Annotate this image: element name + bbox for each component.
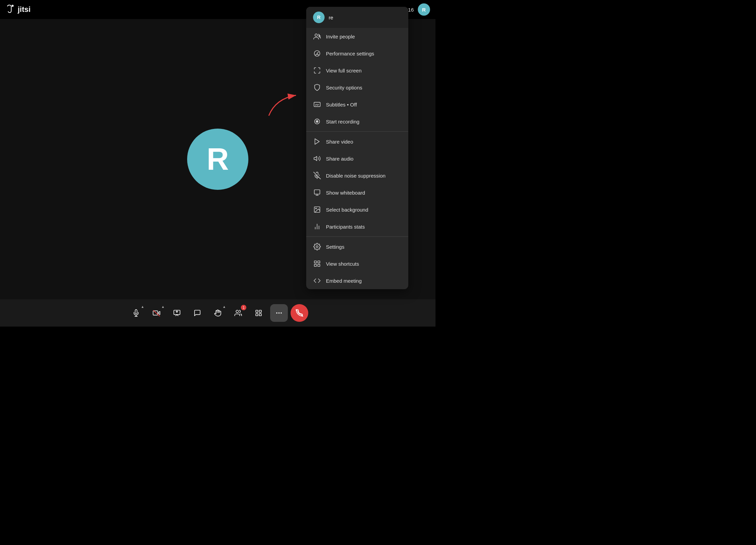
menu-item-shortcuts-label: View shortcuts	[326, 261, 359, 267]
toolbar: ▲ ▲ ▲ 1	[0, 299, 435, 327]
svg-rect-32	[256, 310, 258, 312]
menu-item-performance-settings[interactable]: Performance settings	[306, 45, 408, 62]
person-plus-icon	[313, 32, 321, 40]
menu-item-subtitles-label: Subtitles • Off	[326, 102, 357, 108]
menu-item-select-background[interactable]: Select background	[306, 201, 408, 218]
more-options-button[interactable]	[270, 304, 288, 322]
svg-rect-35	[259, 314, 261, 316]
svg-rect-12	[314, 190, 320, 194]
participants-badge: 1	[241, 305, 246, 310]
menu-item-settings[interactable]: Settings	[306, 238, 408, 255]
gauge-icon	[313, 49, 321, 57]
menu-item-share-audio-label: Share audio	[326, 156, 354, 162]
gear-icon	[313, 243, 321, 251]
menu-item-whiteboard-label: Show whiteboard	[326, 190, 365, 196]
whiteboard-icon	[313, 188, 321, 197]
menu-item-view-fullscreen[interactable]: View full screen	[306, 62, 408, 79]
raise-hand-chevron-icon: ▲	[223, 305, 226, 309]
header-avatar[interactable]: R	[418, 3, 430, 16]
fullscreen-icon	[313, 66, 321, 75]
menu-item-invite-people[interactable]: Invite people	[306, 28, 408, 45]
menu-item-participants-stats-label: Participants stats	[326, 224, 365, 230]
menu-item-embed-meeting[interactable]: Embed meeting	[306, 272, 408, 289]
menu-item-share-audio[interactable]: Share audio	[306, 150, 408, 167]
mic-chevron-icon: ▲	[141, 305, 144, 309]
divider-2	[306, 236, 408, 237]
menu-item-recording-label: Start recording	[326, 119, 359, 125]
mic-button[interactable]: ▲	[127, 304, 145, 322]
dropdown-menu: R re Invite people Performance settings …	[306, 7, 408, 289]
svg-point-31	[236, 310, 239, 313]
svg-marker-9	[314, 156, 317, 161]
share-screen-button[interactable]	[168, 304, 186, 322]
menu-item-security-label: Security options	[326, 85, 362, 90]
noise-off-icon	[313, 171, 321, 180]
menu-item-security-options[interactable]: Security options	[306, 79, 408, 96]
svg-point-36	[276, 312, 278, 314]
divider-1	[306, 131, 408, 132]
svg-point-20	[316, 246, 318, 248]
svg-rect-24	[318, 264, 320, 266]
menu-item-invite-label: Invite people	[326, 34, 355, 39]
menu-item-subtitles[interactable]: Subtitles • Off	[306, 96, 408, 113]
bar-chart-icon	[313, 222, 321, 231]
menu-item-performance-label: Performance settings	[326, 51, 374, 56]
menu-item-noise-suppression[interactable]: Disable noise suppression	[306, 167, 408, 184]
camera-button[interactable]: ▲	[148, 304, 165, 322]
record-icon	[313, 117, 321, 126]
participant-avatar: R	[187, 129, 248, 190]
code-icon	[313, 277, 321, 285]
menu-item-background-label: Select background	[326, 207, 368, 213]
svg-rect-5	[314, 102, 320, 107]
menu-item-participants-stats[interactable]: Participants stats	[306, 218, 408, 235]
raise-hand-button[interactable]: ▲	[209, 304, 227, 322]
svg-rect-23	[314, 264, 316, 266]
volume-icon	[313, 154, 321, 163]
svg-marker-27	[158, 311, 160, 314]
svg-rect-22	[318, 261, 320, 263]
logo: jitsi	[5, 3, 31, 16]
menu-item-noise-label: Disable noise suppression	[326, 173, 385, 179]
svg-point-4	[317, 53, 318, 54]
menu-item-view-shortcuts[interactable]: View shortcuts	[306, 255, 408, 272]
shortcuts-icon	[313, 260, 321, 268]
menu-item-show-whiteboard[interactable]: Show whiteboard	[306, 184, 408, 201]
tile-view-button[interactable]	[250, 304, 267, 322]
menu-item-share-video[interactable]: Share video	[306, 133, 408, 150]
menu-item-embed-label: Embed meeting	[326, 278, 362, 284]
menu-profile-avatar: R	[313, 12, 325, 23]
play-icon	[313, 137, 321, 146]
menu-item-share-video-label: Share video	[326, 139, 353, 145]
svg-rect-33	[259, 310, 261, 312]
svg-rect-21	[314, 261, 316, 263]
menu-profile-row: R re	[306, 7, 408, 28]
svg-rect-34	[256, 314, 258, 316]
svg-point-7	[316, 120, 318, 122]
svg-point-38	[281, 312, 282, 314]
camera-chevron-icon: ▲	[161, 305, 165, 309]
logo-text: jitsi	[18, 5, 31, 14]
svg-point-16	[315, 208, 316, 209]
participants-button[interactable]: 1	[229, 304, 247, 322]
end-call-button[interactable]	[291, 304, 308, 322]
chat-button[interactable]	[188, 304, 206, 322]
cc-icon	[313, 100, 321, 109]
menu-item-fullscreen-label: View full screen	[326, 68, 362, 73]
svg-rect-28	[153, 311, 158, 315]
svg-point-2	[315, 34, 317, 36]
menu-profile-name: re	[329, 15, 333, 20]
image-icon	[313, 205, 321, 214]
menu-item-start-recording[interactable]: Start recording	[306, 113, 408, 130]
svg-marker-8	[315, 139, 319, 145]
menu-item-settings-label: Settings	[326, 244, 344, 250]
shield-icon	[313, 83, 321, 92]
jitsi-logo-icon	[5, 3, 16, 16]
svg-point-0	[12, 5, 14, 7]
svg-point-37	[278, 312, 280, 314]
